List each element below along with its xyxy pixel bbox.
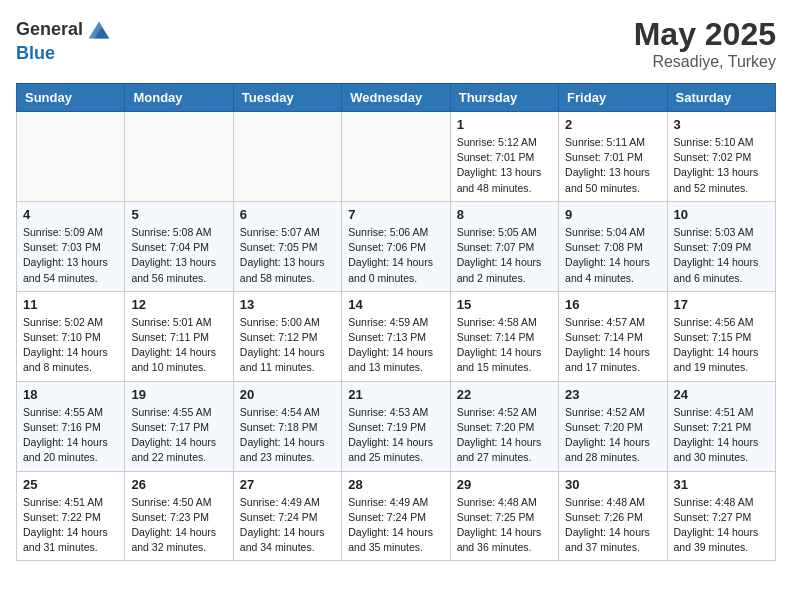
calendar-cell: 17Sunrise: 4:56 AM Sunset: 7:15 PM Dayli… [667, 291, 775, 381]
calendar-cell: 25Sunrise: 4:51 AM Sunset: 7:22 PM Dayli… [17, 471, 125, 561]
day-info: Sunrise: 4:57 AM Sunset: 7:14 PM Dayligh… [565, 315, 660, 376]
logo-general: General [16, 20, 83, 40]
page-header: General Blue May 2025 Resadiye, Turkey [16, 16, 776, 71]
calendar-cell: 4Sunrise: 5:09 AM Sunset: 7:03 PM Daylig… [17, 201, 125, 291]
day-number: 28 [348, 477, 443, 492]
day-number: 22 [457, 387, 552, 402]
day-info: Sunrise: 4:51 AM Sunset: 7:22 PM Dayligh… [23, 495, 118, 556]
calendar-cell: 18Sunrise: 4:55 AM Sunset: 7:16 PM Dayli… [17, 381, 125, 471]
day-info: Sunrise: 4:58 AM Sunset: 7:14 PM Dayligh… [457, 315, 552, 376]
day-header-monday: Monday [125, 84, 233, 112]
calendar-cell: 11Sunrise: 5:02 AM Sunset: 7:10 PM Dayli… [17, 291, 125, 381]
calendar-cell: 31Sunrise: 4:48 AM Sunset: 7:27 PM Dayli… [667, 471, 775, 561]
calendar-cell [233, 112, 341, 202]
day-info: Sunrise: 5:01 AM Sunset: 7:11 PM Dayligh… [131, 315, 226, 376]
day-info: Sunrise: 5:12 AM Sunset: 7:01 PM Dayligh… [457, 135, 552, 196]
day-number: 6 [240, 207, 335, 222]
calendar-cell: 2Sunrise: 5:11 AM Sunset: 7:01 PM Daylig… [559, 112, 667, 202]
day-info: Sunrise: 5:05 AM Sunset: 7:07 PM Dayligh… [457, 225, 552, 286]
calendar-cell: 28Sunrise: 4:49 AM Sunset: 7:24 PM Dayli… [342, 471, 450, 561]
calendar-week-5: 25Sunrise: 4:51 AM Sunset: 7:22 PM Dayli… [17, 471, 776, 561]
day-info: Sunrise: 4:59 AM Sunset: 7:13 PM Dayligh… [348, 315, 443, 376]
calendar-cell: 24Sunrise: 4:51 AM Sunset: 7:21 PM Dayli… [667, 381, 775, 471]
calendar-cell: 8Sunrise: 5:05 AM Sunset: 7:07 PM Daylig… [450, 201, 558, 291]
calendar-cell: 5Sunrise: 5:08 AM Sunset: 7:04 PM Daylig… [125, 201, 233, 291]
calendar-cell: 26Sunrise: 4:50 AM Sunset: 7:23 PM Dayli… [125, 471, 233, 561]
day-info: Sunrise: 5:02 AM Sunset: 7:10 PM Dayligh… [23, 315, 118, 376]
day-number: 12 [131, 297, 226, 312]
calendar-cell: 13Sunrise: 5:00 AM Sunset: 7:12 PM Dayli… [233, 291, 341, 381]
logo-blue: Blue [16, 44, 113, 64]
day-info: Sunrise: 5:09 AM Sunset: 7:03 PM Dayligh… [23, 225, 118, 286]
day-info: Sunrise: 4:55 AM Sunset: 7:17 PM Dayligh… [131, 405, 226, 466]
day-info: Sunrise: 4:50 AM Sunset: 7:23 PM Dayligh… [131, 495, 226, 556]
day-info: Sunrise: 5:00 AM Sunset: 7:12 PM Dayligh… [240, 315, 335, 376]
day-number: 25 [23, 477, 118, 492]
logo: General Blue [16, 16, 113, 64]
day-number: 5 [131, 207, 226, 222]
calendar-week-2: 4Sunrise: 5:09 AM Sunset: 7:03 PM Daylig… [17, 201, 776, 291]
calendar-cell: 29Sunrise: 4:48 AM Sunset: 7:25 PM Dayli… [450, 471, 558, 561]
calendar-cell: 30Sunrise: 4:48 AM Sunset: 7:26 PM Dayli… [559, 471, 667, 561]
day-number: 1 [457, 117, 552, 132]
month-title: May 2025 [634, 16, 776, 53]
day-number: 20 [240, 387, 335, 402]
day-info: Sunrise: 5:04 AM Sunset: 7:08 PM Dayligh… [565, 225, 660, 286]
day-header-saturday: Saturday [667, 84, 775, 112]
calendar-cell: 19Sunrise: 4:55 AM Sunset: 7:17 PM Dayli… [125, 381, 233, 471]
calendar-week-4: 18Sunrise: 4:55 AM Sunset: 7:16 PM Dayli… [17, 381, 776, 471]
day-number: 29 [457, 477, 552, 492]
day-number: 16 [565, 297, 660, 312]
calendar-header-row: SundayMondayTuesdayWednesdayThursdayFrid… [17, 84, 776, 112]
day-number: 11 [23, 297, 118, 312]
day-info: Sunrise: 4:51 AM Sunset: 7:21 PM Dayligh… [674, 405, 769, 466]
calendar-week-1: 1Sunrise: 5:12 AM Sunset: 7:01 PM Daylig… [17, 112, 776, 202]
day-number: 3 [674, 117, 769, 132]
day-number: 13 [240, 297, 335, 312]
calendar-cell [125, 112, 233, 202]
calendar-cell: 10Sunrise: 5:03 AM Sunset: 7:09 PM Dayli… [667, 201, 775, 291]
day-number: 26 [131, 477, 226, 492]
calendar-cell: 3Sunrise: 5:10 AM Sunset: 7:02 PM Daylig… [667, 112, 775, 202]
logo-icon [85, 16, 113, 44]
day-number: 30 [565, 477, 660, 492]
day-number: 15 [457, 297, 552, 312]
day-info: Sunrise: 4:52 AM Sunset: 7:20 PM Dayligh… [565, 405, 660, 466]
calendar-cell: 20Sunrise: 4:54 AM Sunset: 7:18 PM Dayli… [233, 381, 341, 471]
day-info: Sunrise: 5:03 AM Sunset: 7:09 PM Dayligh… [674, 225, 769, 286]
calendar-cell: 21Sunrise: 4:53 AM Sunset: 7:19 PM Dayli… [342, 381, 450, 471]
day-info: Sunrise: 5:08 AM Sunset: 7:04 PM Dayligh… [131, 225, 226, 286]
day-info: Sunrise: 4:48 AM Sunset: 7:27 PM Dayligh… [674, 495, 769, 556]
day-number: 17 [674, 297, 769, 312]
day-info: Sunrise: 4:48 AM Sunset: 7:26 PM Dayligh… [565, 495, 660, 556]
day-number: 21 [348, 387, 443, 402]
calendar-cell: 27Sunrise: 4:49 AM Sunset: 7:24 PM Dayli… [233, 471, 341, 561]
day-info: Sunrise: 5:10 AM Sunset: 7:02 PM Dayligh… [674, 135, 769, 196]
calendar-cell: 15Sunrise: 4:58 AM Sunset: 7:14 PM Dayli… [450, 291, 558, 381]
day-number: 9 [565, 207, 660, 222]
day-info: Sunrise: 4:52 AM Sunset: 7:20 PM Dayligh… [457, 405, 552, 466]
day-info: Sunrise: 5:07 AM Sunset: 7:05 PM Dayligh… [240, 225, 335, 286]
calendar-cell: 23Sunrise: 4:52 AM Sunset: 7:20 PM Dayli… [559, 381, 667, 471]
calendar-cell: 22Sunrise: 4:52 AM Sunset: 7:20 PM Dayli… [450, 381, 558, 471]
calendar-cell: 9Sunrise: 5:04 AM Sunset: 7:08 PM Daylig… [559, 201, 667, 291]
day-number: 19 [131, 387, 226, 402]
day-number: 23 [565, 387, 660, 402]
day-info: Sunrise: 4:56 AM Sunset: 7:15 PM Dayligh… [674, 315, 769, 376]
day-number: 14 [348, 297, 443, 312]
calendar-cell: 7Sunrise: 5:06 AM Sunset: 7:06 PM Daylig… [342, 201, 450, 291]
calendar-cell: 12Sunrise: 5:01 AM Sunset: 7:11 PM Dayli… [125, 291, 233, 381]
day-number: 31 [674, 477, 769, 492]
day-number: 24 [674, 387, 769, 402]
day-info: Sunrise: 4:53 AM Sunset: 7:19 PM Dayligh… [348, 405, 443, 466]
day-number: 27 [240, 477, 335, 492]
day-number: 8 [457, 207, 552, 222]
calendar-cell: 6Sunrise: 5:07 AM Sunset: 7:05 PM Daylig… [233, 201, 341, 291]
calendar-week-3: 11Sunrise: 5:02 AM Sunset: 7:10 PM Dayli… [17, 291, 776, 381]
day-info: Sunrise: 4:49 AM Sunset: 7:24 PM Dayligh… [240, 495, 335, 556]
day-info: Sunrise: 5:06 AM Sunset: 7:06 PM Dayligh… [348, 225, 443, 286]
calendar-table: SundayMondayTuesdayWednesdayThursdayFrid… [16, 83, 776, 561]
calendar-cell: 1Sunrise: 5:12 AM Sunset: 7:01 PM Daylig… [450, 112, 558, 202]
calendar-cell: 14Sunrise: 4:59 AM Sunset: 7:13 PM Dayli… [342, 291, 450, 381]
day-number: 4 [23, 207, 118, 222]
